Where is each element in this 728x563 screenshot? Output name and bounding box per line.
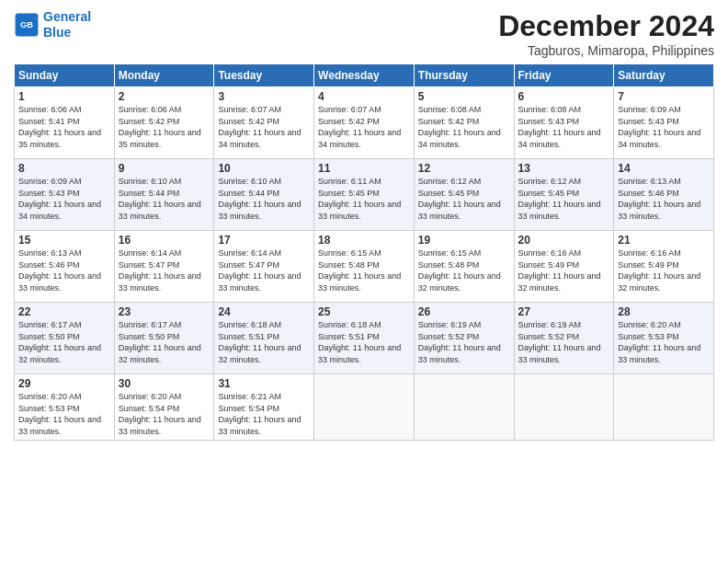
calendar-cell: 22 Sunrise: 6:17 AMSunset: 5:50 PMDaylig… xyxy=(15,303,115,374)
calendar-cell: 16 Sunrise: 6:14 AMSunset: 5:47 PMDaylig… xyxy=(114,231,214,303)
calendar-week-1: 1 Sunrise: 6:06 AMSunset: 5:41 PMDayligh… xyxy=(15,87,714,159)
calendar-header: SundayMondayTuesdayWednesdayThursdayFrid… xyxy=(15,64,714,87)
calendar-cell: 25 Sunrise: 6:18 AMSunset: 5:51 PMDaylig… xyxy=(314,303,415,374)
svg-text:GB: GB xyxy=(20,20,33,29)
calendar-cell: 30 Sunrise: 6:20 AMSunset: 5:54 PMDaylig… xyxy=(114,374,214,441)
day-info: Sunrise: 6:15 AMSunset: 5:48 PMDaylight:… xyxy=(418,247,510,293)
day-number: 18 xyxy=(318,234,410,247)
calendar-cell: 19 Sunrise: 6:15 AMSunset: 5:48 PMDaylig… xyxy=(414,231,514,303)
day-number: 21 xyxy=(618,234,710,247)
day-number: 3 xyxy=(218,90,310,103)
day-info: Sunrise: 6:12 AMSunset: 5:45 PMDaylight:… xyxy=(418,176,510,222)
calendar-cell: 10 Sunrise: 6:10 AMSunset: 5:44 PMDaylig… xyxy=(214,159,314,231)
day-header-tuesday: Tuesday xyxy=(214,64,314,87)
day-info: Sunrise: 6:08 AMSunset: 5:43 PMDaylight:… xyxy=(518,104,610,150)
day-info: Sunrise: 6:10 AMSunset: 5:44 PMDaylight:… xyxy=(119,176,210,222)
calendar-cell: 9 Sunrise: 6:10 AMSunset: 5:44 PMDayligh… xyxy=(114,159,214,231)
logo-icon: GB xyxy=(14,12,40,38)
calendar-week-5: 29 Sunrise: 6:20 AMSunset: 5:53 PMDaylig… xyxy=(15,374,714,441)
day-number: 22 xyxy=(18,305,110,318)
calendar-cell: 21 Sunrise: 6:16 AMSunset: 5:49 PMDaylig… xyxy=(614,231,714,303)
day-number: 12 xyxy=(418,162,510,175)
day-number: 31 xyxy=(218,377,310,390)
day-number: 20 xyxy=(518,234,610,247)
day-info: Sunrise: 6:18 AMSunset: 5:51 PMDaylight:… xyxy=(318,319,410,365)
day-info: Sunrise: 6:14 AMSunset: 5:47 PMDaylight:… xyxy=(119,247,210,293)
day-header-wednesday: Wednesday xyxy=(314,64,415,87)
day-info: Sunrise: 6:14 AMSunset: 5:47 PMDaylight:… xyxy=(218,247,310,293)
day-number: 15 xyxy=(18,234,110,247)
day-header-friday: Friday xyxy=(514,64,614,87)
calendar-cell: 7 Sunrise: 6:09 AMSunset: 5:43 PMDayligh… xyxy=(614,87,714,159)
day-number: 6 xyxy=(518,90,610,103)
calendar-cell: 23 Sunrise: 6:17 AMSunset: 5:50 PMDaylig… xyxy=(114,303,214,374)
header: GB General Blue December 2024 Tagburos, … xyxy=(14,9,714,58)
calendar-cell: 29 Sunrise: 6:20 AMSunset: 5:53 PMDaylig… xyxy=(15,374,115,441)
calendar-cell: 5 Sunrise: 6:08 AMSunset: 5:42 PMDayligh… xyxy=(414,87,514,159)
day-info: Sunrise: 6:17 AMSunset: 5:50 PMDaylight:… xyxy=(119,319,210,365)
calendar: SundayMondayTuesdayWednesdayThursdayFrid… xyxy=(14,63,714,441)
day-header-thursday: Thursday xyxy=(414,64,514,87)
logo: GB General Blue xyxy=(14,9,91,40)
calendar-cell: 14 Sunrise: 6:13 AMSunset: 5:46 PMDaylig… xyxy=(614,159,714,231)
day-info: Sunrise: 6:21 AMSunset: 5:54 PMDaylight:… xyxy=(218,391,310,437)
calendar-week-2: 8 Sunrise: 6:09 AMSunset: 5:43 PMDayligh… xyxy=(15,159,714,231)
day-number: 2 xyxy=(119,90,210,103)
calendar-cell: 2 Sunrise: 6:06 AMSunset: 5:42 PMDayligh… xyxy=(114,87,214,159)
day-info: Sunrise: 6:09 AMSunset: 5:43 PMDaylight:… xyxy=(18,176,110,222)
day-number: 7 xyxy=(618,90,710,103)
calendar-cell: 17 Sunrise: 6:14 AMSunset: 5:47 PMDaylig… xyxy=(214,231,314,303)
calendar-cell: 28 Sunrise: 6:20 AMSunset: 5:53 PMDaylig… xyxy=(614,303,714,374)
calendar-cell: 26 Sunrise: 6:19 AMSunset: 5:52 PMDaylig… xyxy=(414,303,514,374)
calendar-cell xyxy=(614,374,714,441)
day-info: Sunrise: 6:20 AMSunset: 5:53 PMDaylight:… xyxy=(618,319,710,365)
day-info: Sunrise: 6:06 AMSunset: 5:42 PMDaylight:… xyxy=(119,104,210,150)
logo-line1: General xyxy=(43,9,91,24)
day-header-sunday: Sunday xyxy=(15,64,115,87)
calendar-cell: 12 Sunrise: 6:12 AMSunset: 5:45 PMDaylig… xyxy=(414,159,514,231)
day-info: Sunrise: 6:16 AMSunset: 5:49 PMDaylight:… xyxy=(518,247,610,293)
day-info: Sunrise: 6:20 AMSunset: 5:54 PMDaylight:… xyxy=(119,391,210,437)
day-info: Sunrise: 6:16 AMSunset: 5:49 PMDaylight:… xyxy=(618,247,710,293)
day-info: Sunrise: 6:11 AMSunset: 5:45 PMDaylight:… xyxy=(318,176,410,222)
day-header-saturday: Saturday xyxy=(614,64,714,87)
logo-line2: Blue xyxy=(43,25,71,40)
day-info: Sunrise: 6:17 AMSunset: 5:50 PMDaylight:… xyxy=(18,319,110,365)
calendar-cell: 18 Sunrise: 6:15 AMSunset: 5:48 PMDaylig… xyxy=(314,231,415,303)
day-number: 26 xyxy=(418,305,510,318)
calendar-cell: 1 Sunrise: 6:06 AMSunset: 5:41 PMDayligh… xyxy=(15,87,115,159)
calendar-cell: 20 Sunrise: 6:16 AMSunset: 5:49 PMDaylig… xyxy=(514,231,614,303)
day-number: 9 xyxy=(119,162,210,175)
day-number: 5 xyxy=(418,90,510,103)
calendar-cell xyxy=(314,374,415,441)
day-info: Sunrise: 6:20 AMSunset: 5:53 PMDaylight:… xyxy=(18,391,110,437)
day-number: 27 xyxy=(518,305,610,318)
subtitle: Tagburos, Mimaropa, Philippines xyxy=(498,43,714,58)
day-info: Sunrise: 6:13 AMSunset: 5:46 PMDaylight:… xyxy=(18,247,110,293)
calendar-cell: 4 Sunrise: 6:07 AMSunset: 5:42 PMDayligh… xyxy=(314,87,415,159)
day-header-monday: Monday xyxy=(114,64,214,87)
calendar-cell: 11 Sunrise: 6:11 AMSunset: 5:45 PMDaylig… xyxy=(314,159,415,231)
day-number: 24 xyxy=(218,305,310,318)
day-number: 13 xyxy=(518,162,610,175)
day-info: Sunrise: 6:18 AMSunset: 5:51 PMDaylight:… xyxy=(218,319,310,365)
day-number: 14 xyxy=(618,162,710,175)
day-info: Sunrise: 6:08 AMSunset: 5:42 PMDaylight:… xyxy=(418,104,510,150)
calendar-cell: 15 Sunrise: 6:13 AMSunset: 5:46 PMDaylig… xyxy=(15,231,115,303)
calendar-cell: 31 Sunrise: 6:21 AMSunset: 5:54 PMDaylig… xyxy=(214,374,314,441)
day-number: 19 xyxy=(418,234,510,247)
day-info: Sunrise: 6:19 AMSunset: 5:52 PMDaylight:… xyxy=(418,319,510,365)
day-number: 4 xyxy=(318,90,410,103)
calendar-cell: 3 Sunrise: 6:07 AMSunset: 5:42 PMDayligh… xyxy=(214,87,314,159)
day-number: 8 xyxy=(18,162,110,175)
day-info: Sunrise: 6:09 AMSunset: 5:43 PMDaylight:… xyxy=(618,104,710,150)
day-info: Sunrise: 6:07 AMSunset: 5:42 PMDaylight:… xyxy=(318,104,410,150)
calendar-week-4: 22 Sunrise: 6:17 AMSunset: 5:50 PMDaylig… xyxy=(15,303,714,374)
title-area: December 2024 Tagburos, Mimaropa, Philip… xyxy=(498,9,714,58)
day-info: Sunrise: 6:13 AMSunset: 5:46 PMDaylight:… xyxy=(618,176,710,222)
day-number: 17 xyxy=(218,234,310,247)
day-number: 10 xyxy=(218,162,310,175)
calendar-cell: 6 Sunrise: 6:08 AMSunset: 5:43 PMDayligh… xyxy=(514,87,614,159)
day-info: Sunrise: 6:15 AMSunset: 5:48 PMDaylight:… xyxy=(318,247,410,293)
calendar-body: 1 Sunrise: 6:06 AMSunset: 5:41 PMDayligh… xyxy=(15,87,714,441)
